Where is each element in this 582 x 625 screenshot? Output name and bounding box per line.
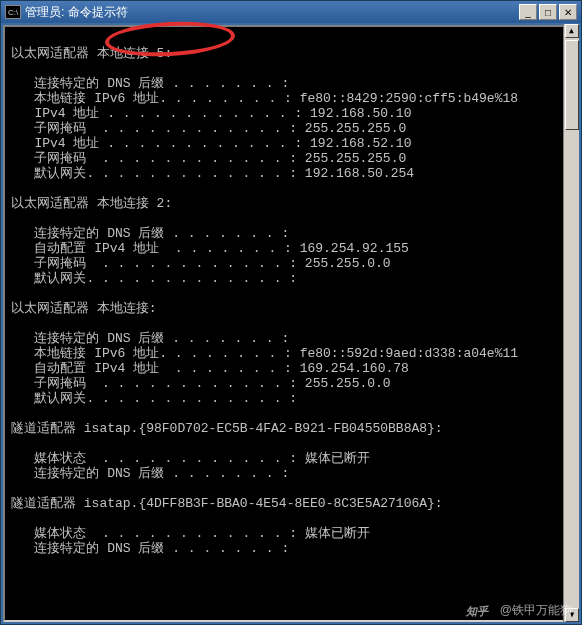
terminal-line: 隧道适配器 isatap.{4DFF8B3F-BBA0-4E54-8EE0-8C… xyxy=(11,496,571,511)
terminal-line xyxy=(11,31,571,46)
terminal-line: 媒体状态 . . . . . . . . . . . . : 媒体已断开 xyxy=(11,451,571,466)
watermark: 知乎 @铁甲万能狗 xyxy=(466,602,572,619)
terminal-line: 以太网适配器 本地连接: xyxy=(11,301,571,316)
terminal-line xyxy=(11,556,571,571)
terminal-line: 子网掩码 . . . . . . . . . . . . : 255.255.2… xyxy=(11,151,571,166)
terminal-line xyxy=(11,481,571,496)
terminal-line: 默认网关. . . . . . . . . . . . . : 192.168.… xyxy=(11,166,571,181)
terminal-output[interactable]: 以太网适配器 本地连接 5: 连接特定的 DNS 后缀 . . . . . . … xyxy=(3,25,579,622)
terminal-line: 子网掩码 . . . . . . . . . . . . : 255.255.2… xyxy=(11,121,571,136)
terminal-line: 本地链接 IPv6 地址. . . . . . . . : fe80::8429… xyxy=(11,91,571,106)
cmd-window: C:\ 管理员: 命令提示符 _ □ ✕ 以太网适配器 本地连接 5: 连接特定… xyxy=(0,0,582,625)
window-controls: _ □ ✕ xyxy=(519,4,577,20)
terminal-line: 以太网适配器 本地连接 5: xyxy=(11,46,571,61)
minimize-button[interactable]: _ xyxy=(519,4,537,20)
terminal-line: 连接特定的 DNS 后缀 . . . . . . . : xyxy=(11,76,571,91)
terminal-line: 自动配置 IPv4 地址 . . . . . . . : 169.254.160… xyxy=(11,361,571,376)
terminal-line: 连接特定的 DNS 后缀 . . . . . . . : xyxy=(11,541,571,556)
terminal-line: IPv4 地址 . . . . . . . . . . . . : 192.16… xyxy=(11,106,571,121)
terminal-line xyxy=(11,436,571,451)
window-title: 管理员: 命令提示符 xyxy=(25,4,519,21)
terminal-line xyxy=(11,61,571,76)
terminal-line: 媒体状态 . . . . . . . . . . . . : 媒体已断开 xyxy=(11,526,571,541)
terminal-line xyxy=(11,511,571,526)
watermark-author: @铁甲万能狗 xyxy=(500,602,572,619)
terminal-line xyxy=(11,316,571,331)
cmd-icon: C:\ xyxy=(5,5,21,19)
scroll-up-button[interactable]: ▲ xyxy=(565,24,579,38)
close-button[interactable]: ✕ xyxy=(559,4,577,20)
terminal-line: 连接特定的 DNS 后缀 . . . . . . . : xyxy=(11,466,571,481)
terminal-line: 连接特定的 DNS 后缀 . . . . . . . : xyxy=(11,226,571,241)
terminal-line: 自动配置 IPv4 地址 . . . . . . . : 169.254.92.… xyxy=(11,241,571,256)
maximize-button[interactable]: □ xyxy=(539,4,557,20)
terminal-line xyxy=(11,181,571,196)
scroll-thumb[interactable] xyxy=(565,40,579,130)
terminal-line: 隧道适配器 isatap.{98F0D702-EC5B-4FA2-B921-FB… xyxy=(11,421,571,436)
terminal-line xyxy=(11,211,571,226)
zhihu-logo-icon: 知乎 xyxy=(466,604,496,618)
terminal-line: 默认网关. . . . . . . . . . . . . : xyxy=(11,391,571,406)
terminal-line: 默认网关. . . . . . . . . . . . . : xyxy=(11,271,571,286)
terminal-line: 连接特定的 DNS 后缀 . . . . . . . : xyxy=(11,331,571,346)
terminal-line xyxy=(11,286,571,301)
titlebar[interactable]: C:\ 管理员: 命令提示符 _ □ ✕ xyxy=(1,1,581,23)
terminal-line: IPv4 地址 . . . . . . . . . . . . : 192.16… xyxy=(11,136,571,151)
terminal-line xyxy=(11,406,571,421)
terminal-line: 本地链接 IPv6 地址. . . . . . . . : fe80::592d… xyxy=(11,346,571,361)
vertical-scrollbar[interactable]: ▲ ▼ xyxy=(563,24,579,622)
terminal-line: 子网掩码 . . . . . . . . . . . . : 255.255.0… xyxy=(11,256,571,271)
terminal-line: 子网掩码 . . . . . . . . . . . . : 255.255.0… xyxy=(11,376,571,391)
terminal-line: 以太网适配器 本地连接 2: xyxy=(11,196,571,211)
